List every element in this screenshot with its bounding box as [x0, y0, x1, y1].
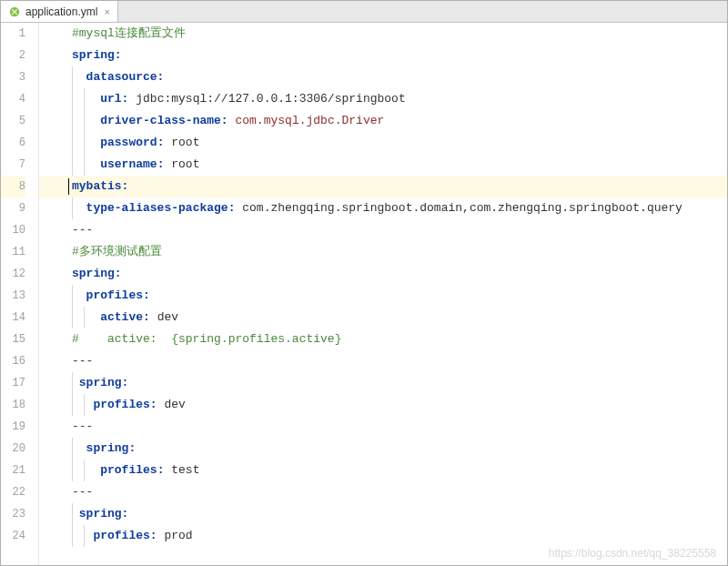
code-token: --- — [72, 354, 93, 368]
code-line[interactable]: #多环境测试配置 — [56, 241, 727, 263]
guide-segment — [39, 525, 56, 547]
line-number: 24 — [1, 525, 25, 547]
code-line[interactable]: profiles: dev — [56, 394, 727, 416]
indent-guide-column — [39, 23, 56, 565]
line-number: 10 — [1, 219, 25, 241]
code-token: password: — [100, 136, 164, 149]
watermark: https://blog.csdn.net/qq_38225558 — [549, 547, 716, 560]
file-tab[interactable]: application.yml × — [1, 1, 118, 22]
code-line[interactable]: spring: — [56, 503, 727, 525]
line-number: 21 — [1, 460, 25, 481]
code-line[interactable]: active: dev — [56, 307, 727, 328]
guide-segment — [39, 197, 56, 219]
code-line[interactable]: spring: — [56, 438, 727, 460]
code-token: driver-class-name: — [100, 114, 228, 127]
line-number: 16 — [1, 350, 25, 372]
code-token: dev — [150, 310, 178, 324]
line-number: 11 — [1, 241, 25, 263]
code-line[interactable]: datasource: — [56, 66, 727, 88]
code-token: type-aliases-package: — [86, 201, 236, 215]
code-token: root — [164, 136, 199, 149]
code-token: --- — [72, 419, 93, 433]
line-number: 4 — [1, 88, 25, 110]
code-line[interactable]: spring: — [56, 45, 727, 66]
line-number: 2 — [1, 45, 25, 66]
tab-bar: application.yml × — [1, 1, 727, 23]
code-token: test — [164, 463, 199, 477]
code-token: spring: — [86, 441, 136, 455]
code-token: spring: — [79, 507, 129, 521]
line-number: 7 — [1, 154, 25, 176]
guide-segment — [39, 263, 56, 285]
guide-segment — [39, 45, 56, 66]
line-number: 22 — [1, 481, 25, 503]
code-line[interactable]: spring: — [56, 263, 727, 285]
close-icon[interactable]: × — [104, 6, 109, 17]
code-line[interactable]: profiles: prod — [56, 525, 727, 547]
guide-segment — [39, 132, 56, 154]
guide-segment — [39, 328, 56, 350]
code-token: profiles: — [100, 463, 164, 477]
code-token: datasource: — [86, 70, 165, 84]
code-token: dev — [157, 398, 186, 411]
guide-segment — [39, 66, 56, 88]
code-token: root — [164, 157, 199, 171]
line-number: 13 — [1, 285, 25, 307]
code-line[interactable]: profiles: — [56, 285, 727, 307]
text-cursor — [68, 178, 69, 195]
line-number: 17 — [1, 372, 25, 394]
line-number: 23 — [1, 503, 25, 525]
code-line[interactable]: --- — [56, 350, 727, 372]
line-number: 5 — [1, 110, 25, 132]
code-line[interactable]: --- — [56, 416, 727, 438]
code-token: #多环境测试配置 — [72, 245, 162, 258]
code-line[interactable]: #mysql连接配置文件 — [56, 23, 727, 45]
code-line[interactable]: mybatis: — [56, 176, 727, 197]
code-line[interactable]: password: root — [56, 132, 727, 154]
guide-segment — [39, 154, 56, 176]
code-token: com.mysql.jdbc.Driver — [235, 114, 384, 127]
code-editor[interactable]: 123456789101112131415161718192021222324 … — [1, 23, 727, 565]
guide-segment — [39, 460, 56, 481]
guide-segment — [39, 438, 56, 460]
code-token: profiles: — [86, 288, 150, 302]
code-token: spring: — [72, 267, 122, 280]
code-line[interactable]: username: root — [56, 154, 727, 176]
line-number: 20 — [1, 438, 25, 460]
line-number: 3 — [1, 66, 25, 88]
code-token: #mysql连接配置文件 — [72, 26, 186, 40]
yaml-file-icon — [8, 5, 21, 18]
guide-segment — [39, 88, 56, 110]
code-line[interactable]: type-aliases-package: com.zhengqing.spri… — [56, 197, 727, 219]
code-token: jdbc:mysql://127.0.0.1:3306/springboot — [128, 92, 405, 106]
code-line[interactable]: --- — [56, 481, 727, 503]
tab-filename: application.yml — [25, 5, 97, 18]
line-number: 8 — [1, 176, 25, 197]
code-area[interactable]: #mysql连接配置文件spring: datasource: url: jdb… — [56, 23, 727, 565]
code-token: prod — [157, 529, 193, 542]
code-line[interactable]: url: jdbc:mysql://127.0.0.1:3306/springb… — [56, 88, 727, 110]
code-line[interactable]: --- — [56, 219, 727, 241]
code-token: profiles: — [93, 529, 157, 542]
guide-segment — [39, 350, 56, 372]
code-token: spring: — [72, 48, 122, 62]
code-line[interactable]: spring: — [56, 372, 727, 394]
guide-segment — [39, 416, 56, 438]
line-number: 18 — [1, 394, 25, 416]
code-token: --- — [72, 223, 93, 237]
code-line[interactable]: # active: {spring.profiles.active} — [56, 328, 727, 350]
code-token: mybatis: — [72, 179, 128, 193]
code-line[interactable]: profiles: test — [56, 460, 727, 481]
line-number: 6 — [1, 132, 25, 154]
line-gutter: 123456789101112131415161718192021222324 — [1, 23, 39, 565]
code-line[interactable]: driver-class-name: com.mysql.jdbc.Driver — [56, 110, 727, 132]
line-number: 19 — [1, 416, 25, 438]
guide-segment — [39, 307, 56, 328]
code-token: spring: — [79, 376, 129, 389]
code-token: username: — [100, 157, 164, 171]
guide-segment — [39, 219, 56, 241]
guide-segment — [39, 23, 56, 45]
guide-segment — [39, 372, 56, 394]
code-token: profiles: — [93, 398, 157, 411]
guide-segment — [39, 285, 56, 307]
